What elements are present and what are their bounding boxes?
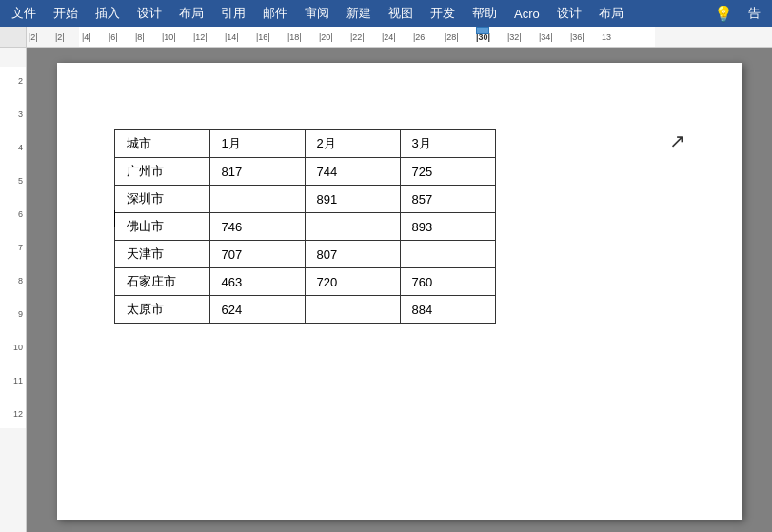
menu-review[interactable]: 审阅	[297, 2, 337, 25]
menu-new[interactable]: 新建	[339, 2, 379, 25]
cell-foshan-jan: 746	[209, 213, 305, 241]
menu-layout2[interactable]: 布局	[591, 2, 631, 25]
cell-tianjin-mar	[400, 241, 495, 268]
header-city: 城市	[114, 130, 209, 158]
table-row: 天津市 707 807	[114, 241, 495, 268]
text-cursor	[114, 210, 115, 227]
menu-alert[interactable]: 告	[741, 2, 768, 25]
menu-help[interactable]: 帮助	[465, 2, 505, 25]
cell-shenzhen: 深圳市	[114, 186, 209, 213]
menu-design[interactable]: 设计	[129, 2, 169, 25]
menu-insert[interactable]: 插入	[88, 2, 128, 25]
cell-guangzhou-jan: 817	[209, 158, 305, 186]
menu-file[interactable]: 文件	[4, 2, 44, 25]
cell-guangzhou-mar: 725	[400, 158, 495, 186]
cell-tianjin-jan: 707	[209, 241, 305, 268]
menu-bar: 文件 开始 插入 设计 布局 引用 邮件 审阅 新建 视图 开发 帮助 Acro…	[0, 0, 772, 27]
mouse-cursor-icon: ↖	[669, 129, 685, 152]
cell-taiyuan: 太原市	[114, 296, 209, 324]
menu-acro[interactable]: Acro	[506, 4, 547, 24]
cell-taiyuan-feb	[305, 296, 400, 324]
menu-view[interactable]: 视图	[381, 2, 421, 25]
ruler-indicator[interactable]	[476, 27, 489, 34]
table-row: 太原市 624 884	[114, 296, 495, 324]
cell-shijiazhuang-feb: 720	[305, 268, 400, 296]
menu-layout[interactable]: 布局	[171, 2, 211, 25]
ruler-corner	[0, 27, 27, 48]
ruler-top: |2| |2| |4| |6| |8| |10| |12| |14| |16| …	[27, 27, 772, 48]
cell-tianjin: 天津市	[114, 241, 209, 268]
cell-shenzhen-feb: 891	[305, 186, 400, 213]
lightbulb-icon[interactable]: 💡	[708, 5, 739, 23]
header-feb: 2月	[305, 130, 400, 158]
menu-start[interactable]: 开始	[46, 2, 86, 25]
table-row: 佛山市 746 893	[114, 213, 495, 241]
table-row: 深圳市 891 857	[114, 186, 495, 213]
cell-foshan: 佛山市	[114, 213, 209, 241]
cell-guangzhou-feb: 744	[305, 158, 400, 186]
header-jan: 1月	[209, 130, 305, 158]
main-area: 2 3 4 5 6 7 8 9 10 11 12 城市 1月 2月 3月	[0, 48, 772, 532]
cell-shijiazhuang: 石家庄市	[114, 268, 209, 296]
cell-taiyuan-mar: 884	[400, 296, 495, 324]
cell-guangzhou: 广州市	[114, 158, 209, 186]
cell-tianjin-feb: 807	[305, 241, 400, 268]
data-table: 城市 1月 2月 3月 广州市 817 744 725 深圳市 891 857	[114, 129, 496, 324]
cell-foshan-mar: 893	[400, 213, 495, 241]
cell-shenzhen-mar: 857	[400, 186, 495, 213]
menu-right: 💡 告	[708, 2, 768, 25]
ruler-vertical: 2 3 4 5 6 7 8 9 10 11 12	[0, 48, 27, 532]
table-row: 石家庄市 463 720 760	[114, 268, 495, 296]
table-row: 广州市 817 744 725	[114, 158, 495, 186]
document-page: 城市 1月 2月 3月 广州市 817 744 725 深圳市 891 857	[57, 63, 742, 520]
doc-area[interactable]: 城市 1月 2月 3月 广州市 817 744 725 深圳市 891 857	[27, 48, 772, 532]
ruler-container: |2| |2| |4| |6| |8| |10| |12| |14| |16| …	[0, 27, 772, 48]
cell-shenzhen-jan	[209, 186, 305, 213]
cell-taiyuan-jan: 624	[209, 296, 305, 324]
cell-foshan-feb	[305, 213, 400, 241]
cell-shijiazhuang-jan: 463	[209, 268, 305, 296]
table-header-row: 城市 1月 2月 3月	[114, 130, 495, 158]
menu-ref[interactable]: 引用	[213, 2, 253, 25]
header-mar: 3月	[400, 130, 495, 158]
menu-mail[interactable]: 邮件	[255, 2, 295, 25]
menu-design2[interactable]: 设计	[549, 2, 589, 25]
cell-shijiazhuang-mar: 760	[400, 268, 495, 296]
menu-dev[interactable]: 开发	[423, 2, 463, 25]
